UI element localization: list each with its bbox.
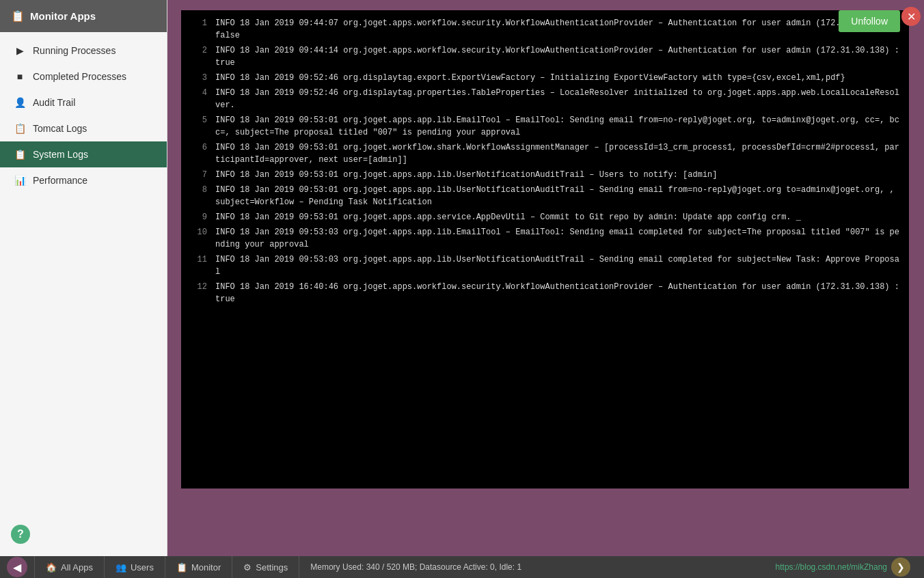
log-line-number: 8 [191, 184, 207, 208]
all-apps-icon: 🏠 [46, 562, 57, 573]
sidebar-item-label-performance: Performance [33, 175, 87, 186]
performance-icon: 📊 [14, 175, 26, 186]
log-line-text: INFO 18 Jan 2019 09:44:14 org.joget.apps… [215, 44, 899, 69]
sidebar-item-completed-processes[interactable]: ■Completed Processes [0, 64, 167, 90]
log-line: 1INFO 18 Jan 2019 09:44:07 org.joget.app… [191, 17, 899, 42]
sidebar-header: 📋 Monitor Apps [0, 0, 167, 32]
log-line: 8INFO 18 Jan 2019 09:53:01 org.joget.app… [191, 184, 899, 208]
log-panel: 1INFO 18 Jan 2019 09:44:07 org.joget.app… [181, 10, 909, 488]
memory-info: Memory Used: 340 / 520 MB; Datasource Ac… [299, 562, 532, 572]
help-button-container: ? [11, 525, 30, 544]
sidebar-item-running-processes[interactable]: ▶Running Processes [0, 38, 167, 64]
sidebar-item-system-logs[interactable]: 📋System Logs [0, 141, 167, 167]
sidebar-header-label: Monitor Apps [30, 10, 96, 22]
settings-nav[interactable]: ⚙ Settings [232, 556, 299, 578]
log-line-number: 7 [191, 169, 207, 181]
log-line: 11INFO 18 Jan 2019 09:53:03 org.joget.ap… [191, 253, 899, 278]
sidebar-item-label-tomcat-logs: Tomcat Logs [33, 123, 87, 134]
settings-icon: ⚙ [243, 562, 252, 573]
log-line-number: 9 [191, 211, 207, 223]
link-text: https://blog.csdn.net/mikZhang [776, 562, 887, 572]
log-line: 4INFO 18 Jan 2019 09:52:46 org.displayta… [191, 87, 899, 111]
close-button[interactable]: ✕ [901, 7, 921, 26]
back-icon: ◀ [13, 561, 21, 574]
sidebar-item-label-audit-trail: Audit Trail [33, 97, 75, 108]
monitor-icon: 📋 [176, 562, 187, 573]
tomcat-logs-icon: 📋 [14, 123, 26, 134]
log-line: 9INFO 18 Jan 2019 09:53:01 org.joget.app… [191, 211, 899, 223]
log-line-text: INFO 18 Jan 2019 09:53:01 org.joget.apps… [215, 211, 899, 223]
log-line: 3INFO 18 Jan 2019 09:52:46 org.displayta… [191, 72, 899, 84]
log-line: 5INFO 18 Jan 2019 09:53:01 org.joget.app… [191, 114, 899, 139]
back-circle-button[interactable]: ◀ [7, 557, 27, 577]
log-line-text: INFO 18 Jan 2019 16:40:46 org.joget.apps… [215, 281, 899, 305]
log-line: 6INFO 18 Jan 2019 09:53:01 org.joget.wor… [191, 141, 899, 166]
log-line-number: 6 [191, 141, 207, 166]
log-line-number: 4 [191, 87, 207, 111]
log-line: 10INFO 18 Jan 2019 09:53:03 org.joget.ap… [191, 226, 899, 251]
log-line-text: INFO 18 Jan 2019 09:52:46 org.displaytag… [215, 72, 899, 84]
sidebar-item-audit-trail[interactable]: 👤Audit Trail [0, 90, 167, 115]
running-processes-icon: ▶ [14, 45, 26, 56]
sidebar-navigation: ▶Running Processes■Completed Processes👤A… [0, 38, 167, 193]
log-line-number: 2 [191, 44, 207, 69]
external-link[interactable]: https://blog.csdn.net/mikZhang ❯ [765, 558, 924, 577]
bottom-bar: ◀ 🏠 All Apps 👥 Users 📋 Monitor ⚙ Setting… [0, 556, 924, 578]
system-logs-icon: 📋 [14, 149, 26, 160]
forward-icon: ❯ [897, 562, 905, 573]
sidebar: 📋 Monitor Apps ▶Running Processes■Comple… [0, 0, 167, 578]
log-line: 2INFO 18 Jan 2019 09:44:14 org.joget.app… [191, 44, 899, 69]
log-line-number: 1 [191, 17, 207, 42]
forward-button[interactable]: ❯ [891, 558, 910, 577]
log-line-number: 12 [191, 281, 207, 305]
sidebar-item-label-completed-processes: Completed Processes [33, 71, 126, 82]
close-icon: ✕ [907, 10, 916, 23]
log-line: 12INFO 18 Jan 2019 16:40:46 org.joget.ap… [191, 281, 899, 305]
sidebar-item-performance[interactable]: 📊Performance [0, 167, 167, 193]
log-line-number: 10 [191, 226, 207, 251]
users-label: Users [131, 562, 154, 573]
log-line-number: 3 [191, 72, 207, 84]
log-line-text: INFO 18 Jan 2019 09:53:03 org.joget.apps… [215, 226, 899, 251]
audit-trail-icon: 👤 [14, 97, 26, 108]
sidebar-item-label-system-logs: System Logs [33, 149, 88, 160]
sidebar-item-label-running-processes: Running Processes [33, 45, 116, 56]
settings-label: Settings [256, 562, 288, 573]
log-line-text: INFO 18 Jan 2019 09:44:07 org.joget.apps… [215, 17, 899, 42]
log-line-text: INFO 18 Jan 2019 09:53:01 org.joget.apps… [215, 184, 899, 208]
log-line-number: 11 [191, 253, 207, 278]
sidebar-item-tomcat-logs[interactable]: 📋Tomcat Logs [0, 115, 167, 141]
log-line-text: INFO 18 Jan 2019 09:53:01 org.joget.work… [215, 141, 899, 166]
log-line: 7INFO 18 Jan 2019 09:53:01 org.joget.app… [191, 169, 899, 181]
log-line-text: INFO 18 Jan 2019 09:53:03 org.joget.apps… [215, 253, 899, 278]
log-line-text: INFO 18 Jan 2019 09:53:01 org.joget.apps… [215, 114, 899, 139]
all-apps-label: All Apps [61, 562, 93, 573]
users-icon: 👥 [116, 562, 126, 573]
monitor-label: Monitor [191, 562, 221, 573]
completed-processes-icon: ■ [14, 71, 26, 82]
monitor-apps-icon: 📋 [11, 10, 25, 23]
unfollow-button[interactable]: Unfollow [839, 10, 900, 32]
log-line-number: 5 [191, 114, 207, 139]
help-button[interactable]: ? [11, 525, 30, 544]
monitor-nav[interactable]: 📋 Monitor [165, 556, 232, 578]
log-line-text: INFO 18 Jan 2019 09:52:46 org.displaytag… [215, 87, 899, 111]
users-nav[interactable]: 👥 Users [105, 556, 165, 578]
all-apps-nav[interactable]: 🏠 All Apps [35, 556, 105, 578]
back-button[interactable]: ◀ [0, 556, 35, 578]
log-line-text: INFO 18 Jan 2019 09:53:01 org.joget.apps… [215, 169, 899, 181]
